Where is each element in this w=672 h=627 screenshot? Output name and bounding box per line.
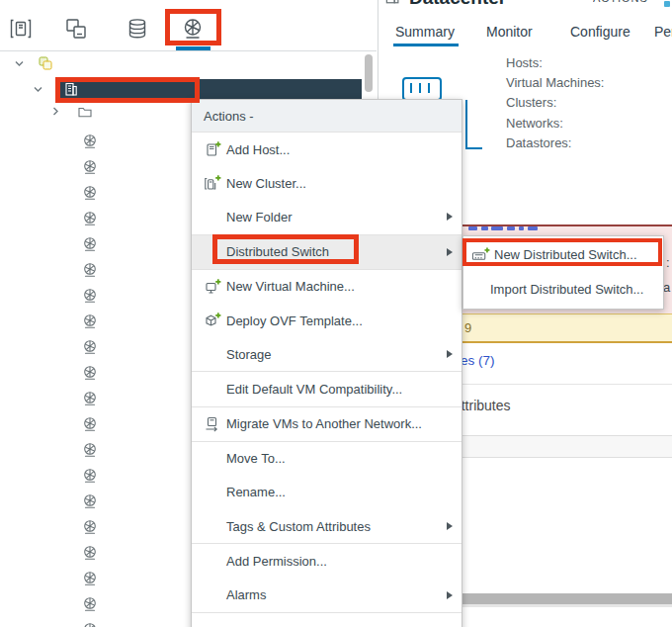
deploy-ovf-icon — [204, 313, 221, 328]
network-globe-icon — [82, 468, 98, 484]
menu-item-new-virtual-machine[interactable]: New Virtual Machine... — [192, 270, 462, 304]
network-globe-icon — [82, 493, 98, 509]
menu-item-new-cluster[interactable]: New Cluster... — [192, 166, 462, 200]
vms-and-templates-icon[interactable] — [64, 17, 88, 41]
network-globe-icon — [82, 339, 98, 355]
menu-item-tags-custom-attributes[interactable]: Tags & Custom Attributes — [192, 509, 462, 543]
network-globe-icon — [82, 391, 98, 406]
alert-text-fragment — [528, 226, 538, 230]
chevron-right-icon[interactable] — [50, 106, 61, 117]
network-globe-icon — [82, 622, 98, 627]
network-globe-icon — [82, 185, 98, 201]
submenu-item-new-distributed-switch[interactable]: New Distributed Switch... — [463, 237, 663, 272]
network-globe-icon — [82, 416, 98, 432]
network-globe-icon — [82, 134, 98, 149]
distributed-switch-submenu: New Distributed Switch... Import Distrib… — [462, 235, 664, 310]
alert-fragment-colon: : — [666, 255, 670, 270]
page-title: Datacenter — [409, 0, 506, 8]
network-globe-icon — [82, 211, 98, 226]
menu-item-distributed-switch[interactable]: Distributed Switch — [192, 235, 462, 269]
menu-item-new-folder[interactable]: New Folder — [192, 200, 462, 233]
new-cluster-icon — [204, 175, 221, 191]
migrate-icon — [204, 416, 221, 432]
active-tab-underline — [393, 44, 459, 46]
submenu-item-import-distributed-switch[interactable]: Import Distributed Switch... — [463, 272, 663, 307]
network-globe-icon — [82, 596, 98, 612]
network-globe-icon — [82, 314, 98, 329]
tab-monitor[interactable]: Monitor — [486, 24, 533, 40]
menu-separator — [192, 612, 462, 613]
storage-icon[interactable] — [126, 17, 149, 41]
actions-caret-fragment — [664, 1, 670, 7]
menu-item-add-permission[interactable]: Add Permission... — [192, 544, 462, 578]
menu-item-migrate-vms[interactable]: Migrate VMs to Another Network... — [192, 407, 462, 441]
menu-item-storage[interactable]: Storage — [192, 337, 462, 371]
datacenter-icon — [63, 81, 79, 97]
chevron-down-icon[interactable] — [14, 58, 25, 69]
network-globe-icon — [82, 236, 98, 252]
hosts-and-clusters-icon[interactable] — [9, 17, 33, 41]
tab-configure[interactable]: Configure — [570, 24, 630, 40]
alert-text-fragment — [491, 226, 503, 230]
folder-icon[interactable] — [77, 104, 93, 120]
toolbar-divider — [0, 50, 377, 51]
networks-label: Networks: — [506, 114, 604, 134]
network-globe-icon — [82, 545, 98, 561]
network-globe-icon — [82, 262, 98, 278]
new-vm-icon — [204, 279, 221, 295]
network-globe-icon — [82, 571, 98, 586]
tab-summary[interactable]: Summary — [395, 24, 455, 40]
tab-permissions[interactable]: Permissions — [654, 24, 672, 40]
submenu-arrow-icon — [447, 591, 453, 599]
network-globe-icon — [82, 442, 98, 458]
alert-text-fragment — [481, 226, 488, 230]
chevron-down-icon[interactable] — [33, 84, 43, 95]
datacenter-context-menu: Actions - Add Host... New Cluster... — [191, 99, 462, 627]
vcenter-icon[interactable] — [38, 55, 53, 71]
vsphere-client-window: Datacenter ACTIONS Summary Monitor Confi… — [0, 0, 672, 627]
hosts-label: Hosts: — [506, 53, 604, 73]
datacenter-icon — [383, 0, 401, 5]
network-globe-icon — [82, 365, 98, 381]
submenu-arrow-icon — [447, 248, 453, 256]
actions-menu-clipped[interactable]: ACTIONS — [593, 0, 662, 7]
datastores-label: Datastores: — [506, 134, 604, 153]
menu-item-add-host[interactable]: Add Host... — [192, 133, 462, 166]
menu-item-alarms[interactable]: Alarms — [192, 578, 462, 611]
tree-scrollbar-thumb[interactable] — [365, 54, 373, 92]
tree-item-datacenter-selected[interactable] — [57, 79, 362, 100]
network-globe-icon — [82, 159, 98, 175]
partial-count-link[interactable]: es (7) — [461, 353, 495, 368]
alert-fragment-letter: a — [663, 280, 670, 295]
submenu-arrow-icon — [447, 522, 453, 530]
add-host-icon — [204, 141, 221, 157]
clusters-label: Clusters: — [506, 93, 604, 113]
context-menu-header: Actions - — [192, 100, 462, 132]
submenu-arrow-icon — [447, 350, 453, 358]
menu-item-edit-default-vm-compatibility[interactable]: Edit Default VM Compatibility... — [192, 372, 462, 405]
summary-stats-labels: Hosts: Virtual Machines: Clusters: Netwo… — [506, 53, 604, 153]
networking-icon[interactable] — [181, 17, 205, 41]
submenu-arrow-icon — [447, 213, 453, 221]
alert-text-fragment — [519, 226, 524, 230]
warning-fragment: 9 — [464, 320, 471, 335]
new-distributed-switch-icon — [471, 247, 490, 263]
menu-item-deploy-ovf-template[interactable]: Deploy OVF Template... — [192, 304, 462, 337]
alert-text-fragment — [507, 226, 515, 230]
network-globe-icon — [82, 288, 98, 304]
virtual-machines-label: Virtual Machines: — [506, 73, 604, 93]
network-globe-icon — [82, 519, 98, 535]
alert-text-fragment — [468, 226, 477, 230]
menu-item-rename[interactable]: Rename... — [192, 476, 462, 509]
menu-item-move-to[interactable]: Move To... — [192, 442, 462, 476]
